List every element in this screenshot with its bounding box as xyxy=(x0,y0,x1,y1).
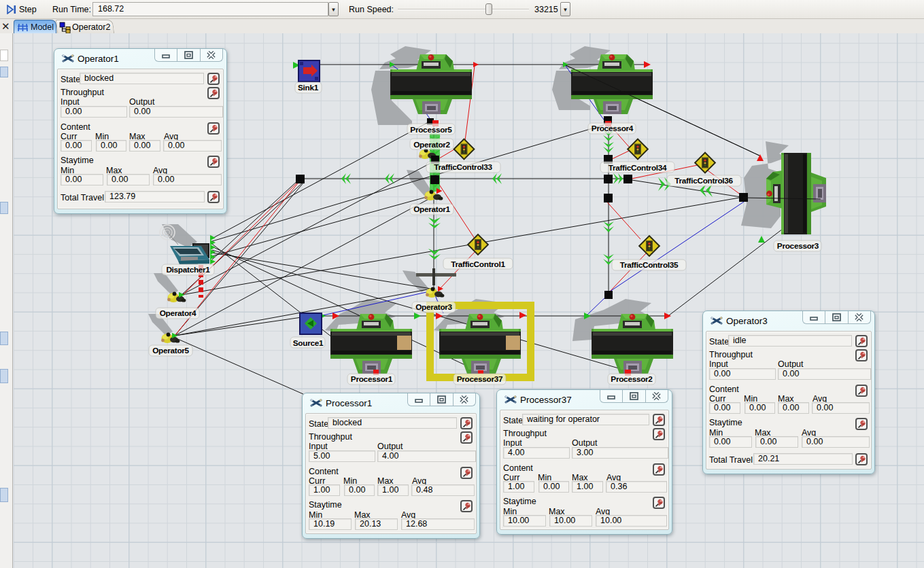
svg-text:Processor1: Processor1 xyxy=(351,374,393,384)
svg-text:Source1: Source1 xyxy=(293,338,324,348)
svg-text:Dispatcher1: Dispatcher1 xyxy=(166,265,210,274)
svg-text:TrafficControl1: TrafficControl1 xyxy=(451,260,505,269)
svg-text:TrafficControl35: TrafficControl35 xyxy=(620,260,679,270)
svg-text:Processor5: Processor5 xyxy=(410,125,452,135)
svg-text:Sink1: Sink1 xyxy=(298,83,319,92)
svg-text:Operator2: Operator2 xyxy=(413,140,450,149)
svg-text:TrafficControl36: TrafficControl36 xyxy=(674,176,733,185)
svg-text:Processor37: Processor37 xyxy=(457,374,503,384)
svg-text:TrafficControl34: TrafficControl34 xyxy=(609,163,667,173)
svg-text:Operator4: Operator4 xyxy=(160,308,196,318)
svg-text:TrafficControl33: TrafficControl33 xyxy=(434,162,492,172)
svg-text:Operator3: Operator3 xyxy=(415,302,452,312)
svg-text:Processor4: Processor4 xyxy=(592,124,634,133)
svg-text:Processor3: Processor3 xyxy=(777,241,819,251)
svg-text:Operator1: Operator1 xyxy=(413,205,450,214)
svg-text:Operator5: Operator5 xyxy=(152,346,189,355)
svg-text:Processor2: Processor2 xyxy=(611,374,653,384)
